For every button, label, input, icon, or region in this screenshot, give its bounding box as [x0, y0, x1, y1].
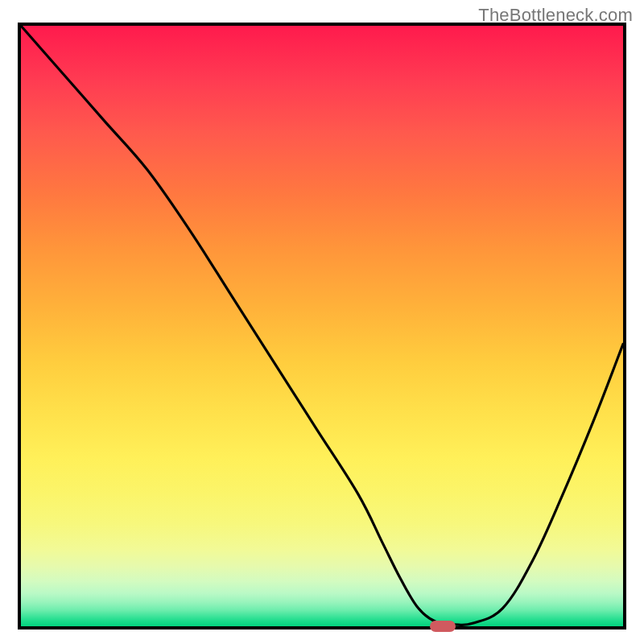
- curve-svg: [21, 26, 623, 626]
- plot-area: [18, 23, 626, 630]
- chart-frame: TheBottleneck.com: [0, 0, 644, 644]
- bottleneck-curve-path: [21, 26, 623, 625]
- watermark-text: TheBottleneck.com: [478, 5, 633, 26]
- optimal-marker: [430, 621, 456, 632]
